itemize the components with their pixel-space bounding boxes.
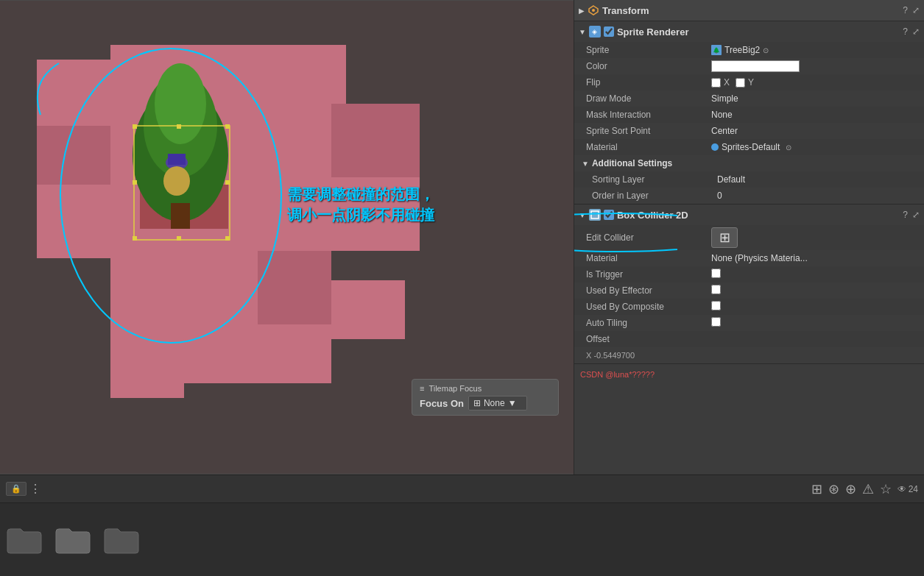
folder-item-1[interactable] <box>6 526 43 554</box>
svg-rect-8 <box>37 185 110 258</box>
used-by-effector-value <box>711 285 918 296</box>
sprite-renderer-section: ▼ ◈ Sprite Renderer ? ⤢ Sprite 🌲 TreeBig… <box>574 21 924 205</box>
edit-collider-label: Edit Collider <box>586 232 711 243</box>
edit-collider-value: ⊞ <box>711 227 918 248</box>
flip-x-checkbox[interactable] <box>711 78 721 88</box>
color-value[interactable] <box>711 60 918 72</box>
toolbar-layers-icon[interactable]: ⊛ <box>828 481 839 497</box>
toolbar-alert-icon[interactable]: ⚠ <box>862 481 874 497</box>
transform-section: ▶ Transform ? ⤢ <box>574 0 924 21</box>
focus-dropdown-icon: ⊞ <box>473 398 481 408</box>
color-swatch[interactable] <box>711 60 800 72</box>
watermark-text: CSDN @luna*????? <box>580 370 655 379</box>
transform-menu-btn[interactable]: ⤢ <box>912 5 920 15</box>
sprite-renderer-header[interactable]: ▼ ◈ Sprite Renderer ? ⤢ <box>574 21 924 42</box>
sorting-layer-label: Sorting Layer <box>592 174 717 185</box>
box-collider-menu-btn[interactable]: ⤢ <box>912 210 920 220</box>
toolbar-star-icon[interactable]: ☆ <box>880 481 892 497</box>
transform-help-btn[interactable]: ? <box>903 5 908 15</box>
sprite-renderer-menu-btn[interactable]: ⤢ <box>912 26 920 37</box>
svg-rect-29 <box>133 236 137 241</box>
sorting-layer-value[interactable]: Default <box>717 174 918 185</box>
box-collider-help-btn[interactable]: ? <box>903 210 908 220</box>
toolbar-monitor-icon[interactable]: ⊞ <box>811 481 822 497</box>
box-collider-toggle[interactable] <box>604 210 614 220</box>
order-in-layer-value[interactable]: 0 <box>717 191 918 201</box>
svg-rect-22 <box>171 203 190 229</box>
focus-panel-title: ≡ Tilemap Focus <box>420 384 551 393</box>
used-by-composite-checkbox[interactable] <box>711 301 721 310</box>
auto-tiling-label: Auto Tiling <box>586 318 711 328</box>
sorting-layer-prop-row: Sorting Layer Default <box>574 171 924 188</box>
svg-rect-30 <box>225 236 230 241</box>
hamburger-icon: ≡ <box>420 384 424 393</box>
focus-panel: ≡ Tilemap Focus Focus On ⊞ None ▼ <box>412 379 559 416</box>
svg-point-21 <box>155 63 206 144</box>
auto-tiling-checkbox[interactable] <box>711 317 721 327</box>
mask-interaction-label: Mask Interaction <box>586 110 711 120</box>
svg-rect-32 <box>177 236 181 241</box>
sprite-sort-point-value[interactable]: Center <box>711 126 918 136</box>
svg-rect-28 <box>225 124 230 129</box>
svg-rect-12 <box>184 324 331 383</box>
lock-button[interactable]: 🔒 <box>6 482 27 496</box>
is-trigger-prop-row: Is Trigger <box>574 266 924 282</box>
transform-header[interactable]: ▶ Transform ? ⤢ <box>574 0 924 21</box>
bottom-toolbar: 🔒 ⋮ ⊞ ⊛ ⊕ ⚠ ☆ 👁 24 <box>0 474 924 502</box>
flip-y-checkbox[interactable] <box>736 78 745 88</box>
mask-interaction-value[interactable]: None <box>711 110 918 120</box>
focus-on-dropdown[interactable]: ⊞ None ▼ <box>468 396 527 410</box>
material-expand-icon: ⊙ <box>786 143 791 152</box>
svg-rect-34 <box>225 180 230 185</box>
transform-label: Transform <box>602 5 900 16</box>
box-collider-section: ▼ Box Collider 2D ? ⤢ Edit Collider <box>574 205 924 364</box>
collider-material-prop-row: Material None (Physics Materia... <box>574 250 924 266</box>
svg-rect-1 <box>37 60 110 126</box>
svg-rect-27 <box>133 124 137 129</box>
material-label: Material <box>586 142 711 152</box>
assets-bar <box>0 502 924 576</box>
flip-prop-row: Flip X Y <box>574 74 924 90</box>
transform-icon <box>588 4 599 16</box>
svg-rect-9 <box>110 251 258 324</box>
folder-item-2[interactable] <box>54 526 91 554</box>
folder-item-3[interactable] <box>103 526 140 554</box>
svg-point-25 <box>163 166 190 196</box>
draw-mode-prop-row: Draw Mode Simple <box>574 90 924 107</box>
svg-rect-11 <box>110 324 184 398</box>
offset-label: Offset <box>586 334 711 344</box>
svg-rect-33 <box>133 180 137 185</box>
is-trigger-value <box>711 269 918 280</box>
used-by-effector-prop-row: Used By Effector <box>574 282 924 299</box>
is-trigger-checkbox[interactable] <box>711 269 721 278</box>
additional-settings-label: Additional Settings <box>592 158 672 168</box>
edit-collider-prop-row: Edit Collider ⊞ <box>574 225 924 250</box>
draw-mode-value[interactable]: Simple <box>711 93 918 104</box>
sprite-thumbnail: 🌲 <box>711 45 722 55</box>
used-by-effector-checkbox[interactable] <box>711 285 721 294</box>
edit-collider-button[interactable]: ⊞ <box>711 227 738 248</box>
box-collider-icon <box>589 209 601 221</box>
collider-material-label: Material <box>586 253 711 263</box>
toolbar-tag-icon[interactable]: ⊕ <box>845 481 856 497</box>
used-by-composite-value <box>711 301 918 313</box>
additional-settings-header[interactable]: ▼ Additional Settings <box>574 155 924 171</box>
focus-on-label: Focus On <box>420 398 464 409</box>
more-options-button[interactable]: ⋮ <box>29 482 41 496</box>
offset-x-label: X -0.5449700 <box>586 351 711 360</box>
order-in-layer-prop-row: Order in Layer 0 <box>574 188 924 204</box>
sprite-renderer-toggle[interactable] <box>604 26 614 37</box>
watermark-row: CSDN @luna*????? <box>574 364 924 383</box>
offset-prop-row: Offset <box>574 331 924 347</box>
auto-tiling-prop-row: Auto Tiling <box>574 315 924 331</box>
eye-icon: 👁 <box>897 484 906 494</box>
svg-rect-4 <box>258 45 346 104</box>
draw-mode-label: Draw Mode <box>586 93 711 104</box>
box-collider-label: Box Collider 2D <box>617 210 900 221</box>
sprite-renderer-arrow: ▼ <box>579 28 586 36</box>
used-by-composite-label: Used By Composite <box>586 302 711 312</box>
sprite-expand-icon: ⊙ <box>763 46 769 54</box>
additional-settings-arrow: ▼ <box>582 160 589 168</box>
box-collider-header[interactable]: ▼ Box Collider 2D ? ⤢ <box>574 205 924 225</box>
sprite-renderer-help-btn[interactable]: ? <box>903 26 908 37</box>
